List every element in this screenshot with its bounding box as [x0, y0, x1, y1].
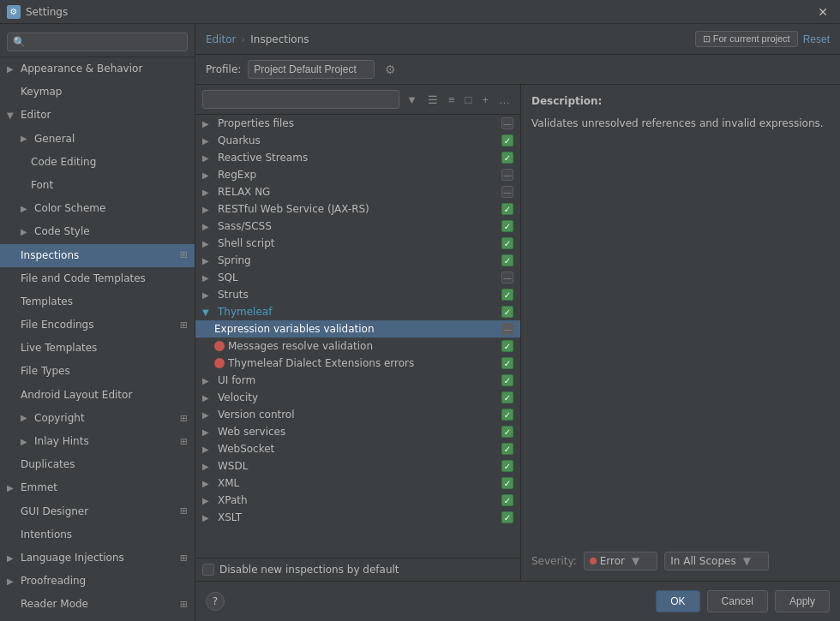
sidebar-item-appearance[interactable]: ▶ Appearance & Behavior	[0, 57, 195, 81]
sidebar-item-language-injections[interactable]: ▶ Language Injections ⊞	[0, 546, 195, 570]
sidebar-search-input[interactable]	[7, 33, 188, 51]
sidebar-item-reader-mode[interactable]: Reader Mode ⊞	[0, 593, 195, 616]
sidebar-item-code-editing[interactable]: Code Editing	[0, 151, 195, 174]
arrow-icon: ▶	[202, 393, 214, 403]
sidebar-item-live-templates[interactable]: Live Templates	[0, 337, 195, 360]
scope-dropdown-arrow-icon: ▼	[743, 555, 751, 567]
file-encodings-icon: ⊞	[180, 318, 188, 333]
sidebar-item-label: Code Editing	[31, 154, 96, 170]
insp-item-xml[interactable]: ▶ XML ✓	[195, 475, 520, 492]
sidebar-item-file-types[interactable]: File Types	[0, 360, 195, 383]
for-current-project-button[interactable]: ⊡ For current project	[695, 31, 798, 47]
sidebar-item-textmate[interactable]: TextMate Bundles	[0, 617, 195, 622]
group-button[interactable]: □	[462, 93, 476, 107]
arrow-icon: ▶	[21, 132, 31, 146]
sidebar-item-proofreading[interactable]: ▶ Proofreading	[0, 570, 195, 593]
sidebar-item-label: Templates	[21, 294, 73, 310]
arrow-icon: ▶	[202, 290, 214, 300]
more-button[interactable]: …	[495, 93, 513, 107]
reset-button[interactable]: Reset	[803, 33, 830, 45]
sidebar-item-label: Reader Mode	[21, 596, 88, 612]
breadcrumb-editor[interactable]: Editor	[206, 33, 237, 45]
arrow-icon: ▶	[7, 575, 17, 588]
insp-item-expr-vars[interactable]: Expression variables validation —	[195, 320, 520, 337]
filter-button[interactable]: ▼	[403, 93, 421, 107]
arrow-icon: ▶	[21, 435, 31, 449]
insp-item-wsdl[interactable]: ▶ WSDL ✓	[195, 457, 520, 475]
insp-item-reactive[interactable]: ▶ Reactive Streams ✓	[195, 149, 520, 166]
insp-item-msg-resolve[interactable]: Messages resolve validation ✓	[195, 337, 520, 355]
sidebar-item-templates[interactable]: Templates	[0, 290, 195, 313]
apply-button[interactable]: Apply	[775, 590, 830, 612]
profile-select[interactable]: Project Default Project	[248, 60, 375, 79]
insp-item-struts[interactable]: ▶ Struts ✓	[195, 286, 520, 303]
sidebar-item-emmet[interactable]: ▶ Emmet	[0, 476, 195, 499]
sidebar-item-code-style[interactable]: ▶ Code Style	[0, 220, 195, 243]
sidebar-item-file-code-templates[interactable]: File and Code Templates	[0, 267, 195, 290]
main-content: ▶ Appearance & Behavior Keymap ▼ Editor …	[0, 24, 840, 621]
sidebar-item-color-scheme[interactable]: ▶ Color Scheme	[0, 197, 195, 220]
insp-item-spring[interactable]: ▶ Spring ✓	[195, 252, 520, 269]
insp-item-xslt[interactable]: ▶ XSLT ✓	[195, 509, 520, 526]
description-text: Validates unresolved references and inva…	[531, 116, 830, 131]
ok-button[interactable]: OK	[656, 590, 699, 612]
insp-item-relax[interactable]: ▶ RELAX NG —	[195, 183, 520, 200]
insp-item-xpath[interactable]: ▶ XPath ✓	[195, 492, 520, 509]
sidebar-item-label: Intentions	[21, 527, 72, 543]
profile-select-wrap: Project Default Project	[248, 60, 375, 79]
checkbox-on-icon: ✓	[501, 460, 513, 472]
insp-item-velocity[interactable]: ▶ Velocity ✓	[195, 389, 520, 406]
collapse-all-button[interactable]: ≡	[445, 93, 459, 107]
sidebar-item-editor[interactable]: ▼ Editor	[0, 104, 195, 127]
window-title: Settings	[26, 6, 68, 18]
sidebar-item-inspections[interactable]: Inspections ⊞	[0, 244, 195, 267]
sidebar-item-label: Inspections	[21, 248, 79, 264]
checkbox-on-icon: ✓	[501, 374, 513, 386]
sidebar-item-gui-designer[interactable]: GUI Designer ⊞	[0, 500, 195, 523]
sidebar-item-android-layout[interactable]: Android Layout Editor	[0, 384, 195, 407]
profile-gear-button[interactable]: ⚙	[381, 61, 399, 78]
disable-new-label: Disable new inspections by default	[219, 564, 399, 576]
checkbox-dash-icon: —	[501, 169, 513, 181]
sidebar-item-duplicates[interactable]: Duplicates	[0, 453, 195, 476]
insp-item-regexp[interactable]: ▶ RegExp —	[195, 166, 520, 183]
insp-item-thymeleaf[interactable]: ▼ Thymeleaf ✓	[195, 303, 520, 320]
add-button[interactable]: +	[478, 93, 492, 107]
checkbox-on-icon: ✓	[501, 357, 513, 369]
help-button[interactable]: ?	[206, 592, 225, 611]
expand-all-button[interactable]: ☰	[424, 93, 441, 107]
checkbox-on-icon: ✓	[501, 494, 513, 506]
sidebar-item-label: Copyright	[34, 410, 85, 427]
sidebar-item-general[interactable]: ▶ General	[0, 128, 195, 151]
checkbox-dash-icon: —	[501, 323, 513, 335]
sidebar-item-intentions[interactable]: Intentions	[0, 523, 195, 546]
insp-item-uiform[interactable]: ▶ UI form ✓	[195, 372, 520, 389]
cancel-button[interactable]: Cancel	[707, 590, 768, 612]
inspections-search-input[interactable]	[202, 90, 399, 109]
sidebar-item-file-encodings[interactable]: File Encodings ⊞	[0, 313, 195, 337]
arrow-icon: ▶	[202, 188, 214, 197]
insp-item-version-ctrl[interactable]: ▶ Version control ✓	[195, 406, 520, 423]
error-dot-icon	[590, 558, 597, 564]
sidebar-item-keymap[interactable]: Keymap	[0, 81, 195, 104]
checkbox-on-icon: ✓	[501, 391, 513, 403]
insp-item-web-services[interactable]: ▶ Web services ✓	[195, 423, 520, 440]
inspections-list: ▶ Properties files — ▶ Quarkus ✓ ▶	[195, 115, 520, 558]
sidebar-item-font[interactable]: Font	[0, 174, 195, 197]
insp-item-quarkus[interactable]: ▶ Quarkus ✓	[195, 132, 520, 149]
insp-item-sql[interactable]: ▶ SQL —	[195, 269, 520, 286]
insp-item-restful[interactable]: ▶ RESTful Web Service (JAX-RS) ✓	[195, 200, 520, 218]
close-button[interactable]: ✕	[813, 3, 833, 21]
insp-item-shell[interactable]: ▶ Shell script ✓	[195, 235, 520, 252]
sidebar-item-copyright[interactable]: ▶ Copyright ⊞	[0, 407, 195, 430]
arrow-icon: ▶	[7, 552, 17, 565]
scope-select[interactable]: In All Scopes ▼	[664, 552, 769, 570]
insp-item-properties[interactable]: ▶ Properties files —	[195, 115, 520, 132]
sidebar-item-label: Appearance & Behavior	[21, 61, 142, 77]
insp-item-dialect-ext[interactable]: Thymeleaf Dialect Extensions errors ✓	[195, 355, 520, 372]
disable-new-checkbox[interactable]	[202, 564, 214, 576]
sidebar-item-inlay-hints[interactable]: ▶ Inlay Hints ⊞	[0, 430, 195, 453]
insp-item-websocket[interactable]: ▶ WebSocket ✓	[195, 440, 520, 457]
severity-select[interactable]: Error ▼	[584, 552, 657, 570]
insp-item-sass[interactable]: ▶ Sass/SCSS ✓	[195, 218, 520, 235]
